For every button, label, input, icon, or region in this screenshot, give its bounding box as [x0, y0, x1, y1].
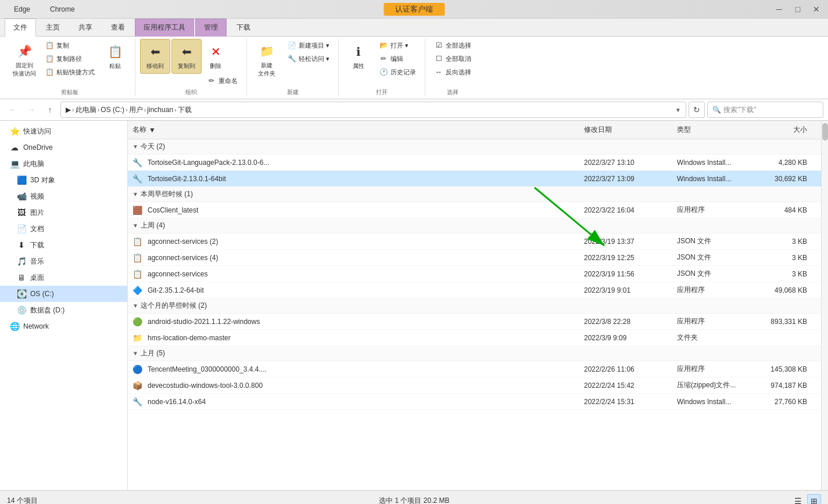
pin-quick-access-button[interactable]: 📌 固定到快速访问 — [9, 39, 40, 81]
sidebar-item-network[interactable]: 🌐 Network — [0, 318, 127, 334]
group-arrow-today[interactable]: ▼ — [132, 143, 138, 150]
close-button[interactable]: ✕ — [809, 3, 823, 15]
file-row-agconnect[interactable]: 📋 agconnect-services 2022/3/19 11:56 JSO… — [128, 266, 821, 282]
sidebar-label-documents: 文档 — [30, 224, 44, 234]
sidebar-item-documents[interactable]: 📄 文档 — [0, 221, 127, 237]
paste-shortcut-button[interactable]: 📋 粘贴快捷方式 — [41, 66, 99, 78]
address-path[interactable]: ▶ › 此电脑 › OS (C:) › 用户 › jinchuan › 下载 ▼ — [60, 102, 686, 118]
title-bar-tabs: Edge Chrome — [5, 3, 84, 16]
group-arrow-thisweek[interactable]: ▼ — [132, 191, 138, 197]
status-right: ☰ ⊞ — [791, 494, 821, 505]
group-label-lastmonth: 上月 (5) — [141, 348, 165, 358]
path-pc: 此电脑 — [76, 105, 96, 115]
maximize-button[interactable]: □ — [791, 3, 805, 15]
sidebar-item-desktop[interactable]: 🖥 桌面 — [0, 269, 127, 286]
details-view-button[interactable]: ☰ — [791, 494, 805, 505]
easy-access-button[interactable]: 🔧 轻松访问 ▾ — [283, 52, 334, 65]
deselect-all-button[interactable]: ☐ 全部取消 — [430, 52, 475, 65]
invert-selection-button[interactable]: ↔ 反向选择 — [430, 66, 475, 78]
select-col: ☑ 全部选择 ☐ 全部取消 ↔ 反向选择 — [430, 39, 475, 78]
sidebar-item-osc[interactable]: 💽 OS (C:) — [0, 286, 127, 302]
tab-app-tools[interactable]: 应用程序工具 — [135, 19, 194, 37]
col-type-header[interactable]: 类型 — [677, 125, 758, 135]
scrollbar-thumb[interactable] — [822, 123, 828, 141]
tortoisegit-icon: 🔧 — [132, 174, 144, 183]
file-row-cosclient[interactable]: 🟫 CosClient_latest 2022/3/22 16:04 应用程序 … — [128, 202, 821, 218]
large-icons-view-button[interactable]: ⊞ — [807, 494, 821, 505]
delete-label: 删除 — [210, 62, 221, 70]
file-list-header: 名称 ▼ 修改日期 类型 大小 — [128, 121, 821, 139]
tab-manage[interactable]: 管理 — [195, 19, 227, 37]
path-user: 用户 — [129, 105, 143, 115]
col-size-header[interactable]: 大小 — [758, 125, 816, 135]
new-item-icon: 📄 — [287, 41, 296, 49]
forward-button[interactable]: → — [23, 102, 40, 118]
new-item-button[interactable]: 📄 新建项目 ▾ — [283, 39, 334, 52]
copy-button[interactable]: 📋 复制 — [41, 39, 99, 52]
file-row-tortoisegit-lang[interactable]: 🔧 TortoiseGit-LanguagePack-2.13.0.0-6...… — [128, 154, 821, 171]
group-arrow-lastweek[interactable]: ▼ — [132, 222, 138, 229]
file-row-hms[interactable]: 📁 hms-location-demo-master 2022/3/9 9:09… — [128, 330, 821, 346]
copy-path-button[interactable]: 📋 复制路径 — [41, 52, 99, 65]
file-row-deveco[interactable]: 📦 devecostudio-windows-tool-3.0.0.800 20… — [128, 377, 821, 394]
file-row-tortoisegit[interactable]: 🔧 TortoiseGit-2.13.0.1-64bit 2022/3/27 1… — [128, 171, 821, 187]
tab-download[interactable]: 下载 — [228, 19, 259, 36]
quickaccess-icon: ⭐ — [9, 127, 20, 136]
new-group-label: 新建 — [287, 87, 299, 96]
sidebar-label-video: 视频 — [30, 192, 44, 201]
file-row-agconnect4[interactable]: 📋 agconnect-services (4) 2022/3/19 12:25… — [128, 250, 821, 266]
group-arrow-thismonth[interactable]: ▼ — [132, 303, 138, 309]
rename-button[interactable]: ✏ 重命名 — [203, 74, 242, 87]
col-date-header[interactable]: 修改日期 — [584, 125, 677, 135]
col-name-header[interactable]: 名称 ▼ — [132, 125, 584, 135]
properties-button[interactable]: ℹ 属性 — [343, 39, 374, 74]
search-box[interactable]: 🔍 搜索"下载" — [707, 102, 823, 118]
tab-view[interactable]: 查看 — [102, 19, 134, 36]
file-row-agconnect2[interactable]: 📋 agconnect-services (2) 2022/3/19 13:37… — [128, 233, 821, 250]
scrollbar[interactable] — [821, 121, 828, 490]
select-all-button[interactable]: ☑ 全部选择 — [430, 39, 475, 52]
file-row-tencent[interactable]: 🔵 TencentMeeting_0300000000_3.4.4.... 20… — [128, 361, 821, 377]
history-button[interactable]: 🕐 历史记录 — [375, 66, 420, 78]
sidebar-item-3d[interactable]: 🟦 3D 对象 — [0, 172, 127, 188]
ribbon-new-content: 📁 新建文件夹 📄 新建项目 ▾ 🔧 轻松访问 ▾ — [252, 39, 334, 87]
delete-button[interactable]: ✕ 删除 — [203, 39, 228, 74]
move-to-button[interactable]: ⬅ 移动到 — [140, 39, 170, 74]
minimize-button[interactable]: ─ — [772, 3, 786, 15]
sidebar-item-datadisk[interactable]: 💿 数据盘 (D:) — [0, 302, 127, 318]
tab-share[interactable]: 共享 — [70, 19, 101, 36]
tab-file[interactable]: 文件 — [5, 19, 36, 37]
copy-to-button[interactable]: ⬅ 复制到 — [171, 39, 202, 74]
paste-button[interactable]: 📋 粘贴 — [100, 39, 130, 74]
new-folder-button[interactable]: 📁 新建文件夹 — [252, 39, 282, 81]
tab-home[interactable]: 主页 — [37, 19, 69, 36]
paste-shortcut-icon: 📋 — [45, 68, 54, 76]
pictures-icon: 🖼 — [16, 208, 27, 217]
file-row-android-studio[interactable]: 🟢 android-studio-2021.1.1.22-windows 202… — [128, 314, 821, 330]
group-arrow-lastmonth[interactable]: ▼ — [132, 350, 138, 357]
sidebar-item-video[interactable]: 📹 视频 — [0, 188, 127, 204]
agconnect4-icon: 📋 — [132, 253, 144, 262]
back-button[interactable]: ← — [5, 102, 21, 118]
edit-button[interactable]: ✏ 编辑 — [375, 52, 420, 65]
tortoisegit-name: TortoiseGit-2.13.0.1-64bit — [148, 175, 584, 183]
file-row-git[interactable]: 🔷 Git-2.35.1.2-64-bit 2022/3/19 9:01 应用程… — [128, 282, 821, 298]
sidebar-item-pc[interactable]: 💻 此电脑 — [0, 156, 127, 172]
tab-chrome[interactable]: Chrome — [41, 3, 84, 16]
tab-edge[interactable]: Edge — [5, 3, 40, 16]
sidebar-item-pictures[interactable]: 🖼 图片 — [0, 204, 127, 221]
new-item-label: 新建项目 ▾ — [299, 41, 329, 50]
cosclient-type: 应用程序 — [677, 205, 758, 215]
deveco-size: 974,187 KB — [758, 381, 816, 390]
refresh-button[interactable]: ↻ — [689, 102, 705, 118]
sidebar-item-music[interactable]: 🎵 音乐 — [0, 253, 127, 269]
pc-icon: 💻 — [9, 159, 20, 168]
open-button[interactable]: 📂 打开 ▾ — [375, 39, 420, 52]
file-row-node[interactable]: 🔧 node-v16.14.0-x64 2022/2/24 15:31 Wind… — [128, 394, 821, 410]
sidebar-item-onedrive[interactable]: ☁ OneDrive — [0, 139, 127, 156]
sidebar-item-downloads[interactable]: ⬇ 下载 — [0, 237, 127, 253]
edit-label: 编辑 — [390, 55, 403, 63]
sidebar-item-quickaccess[interactable]: ⭐ 快速访问 — [0, 123, 127, 139]
up-button[interactable]: ↑ — [42, 102, 58, 118]
cosclient-size: 484 KB — [758, 206, 816, 214]
